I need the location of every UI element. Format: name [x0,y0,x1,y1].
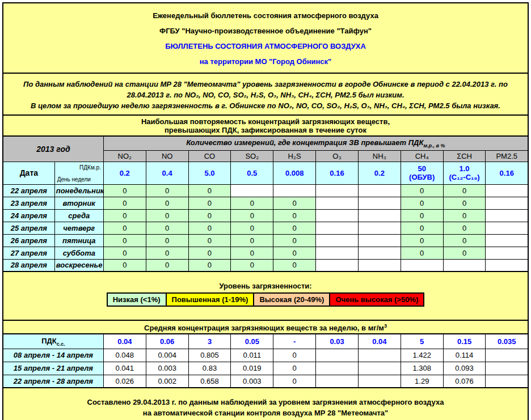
freq-cell: 0 [146,259,188,271]
pdk-ss-cell: 0.04 [103,334,146,349]
freq-cell [316,184,359,197]
average-title-text: Средняя концентрация загрязняющих вещест… [144,324,384,332]
avg-cell [358,349,401,362]
pdk-value: 0.2 [105,169,145,177]
freq-cell [316,259,359,271]
pdk-value: 0.4 [148,169,187,177]
freq-cell: 0 [146,247,188,259]
freq-cell: 0 [273,247,316,259]
pdk-mr-cell: 50(ОБУВ) [401,162,443,184]
table-row: 26 апреля пятница 0 0 0 0 0 0 0 [3,234,528,247]
freq-cell: 0 [231,209,273,222]
legend-item-elevated: Повышенная (1-19%) [166,292,255,307]
freq-cell [486,197,528,209]
average-table-title: Средняя концентрация загрязняющих вещест… [2,320,529,334]
day-of-week-label: День недели [57,176,91,183]
pdk-ss-cell: 5 [401,334,443,349]
pdk-mr-cell: 0.5 [231,162,273,184]
year-cell: 2013 год [3,136,103,162]
date-cell: 24 апреля [3,209,54,222]
freq-cell [486,234,528,247]
footer-line2: на автоматической станции контроля возду… [3,408,528,418]
avg-cell: 0.026 [103,375,146,388]
pdk-mr-cell: 0.2 [103,162,146,184]
freq-cell: 0 [103,197,146,209]
freq-cell: 0 [146,234,188,247]
pdk-mr-cell: 0.008 [273,162,316,184]
pdk-ss-row: ПДКс.с. 0.04 0.06 3 0.05 - 0.03 0.04 5 0… [3,334,528,349]
column-header-o3: O₃ [316,150,359,162]
footer-line1: Составлено 29.04.2013 г. по данным наблю… [3,397,528,408]
freq-cell: 0 [146,222,188,234]
table-row: 25 апреля четверг 0 0 0 0 0 0 0 [3,222,528,234]
freq-cell [231,184,273,197]
freq-cell: 0 [443,222,486,234]
average-title-superscript: 3 [384,323,387,329]
pdk-mr-cell: 1.0(C₁₂-C₁₉) [443,162,486,184]
pdk-value: 0.008 [275,169,314,177]
day-cell: суббота [54,247,103,259]
freq-cell: 0 [231,259,273,271]
freq-cell: 0 [401,222,443,234]
pdk-note: (ОБУВ) [402,173,442,181]
day-cell: среда [54,209,103,222]
pdk-value: 5.0 [190,169,230,177]
pdk-ss-cell: 0.15 [443,334,486,349]
pdk-ss-cell: 0.06 [146,334,188,349]
avg-cell: 0.011 [231,349,273,362]
pdk-ss-subscript: с.с. [57,341,65,346]
pdk-value: 0.16 [487,169,526,177]
freq-cell [316,209,359,222]
week-range-cell: 15 апреля - 21 апреля [3,362,103,375]
day-cell: пятница [54,234,103,247]
table-row: 22 апреля понедельник 0 0 0 0 0 [3,184,528,197]
avg-cell: 0.076 [443,375,486,388]
freq-cell [316,197,359,209]
avg-cell [316,375,359,388]
freq-cell [358,247,401,259]
avg-cell: 0.048 [103,349,146,362]
freq-cell: 0 [273,234,316,247]
avg-cell: 0 [273,375,316,388]
pdk-mr-cell: 5.0 [188,162,231,184]
pdk-ss-label: ПДК [41,337,57,345]
bulletin-header: Еженедельный бюллетень состояния атмосфе… [2,2,529,74]
freq-cell: 0 [443,247,486,259]
avg-cell: 0.658 [188,375,231,388]
day-cell: воскресенье [54,259,103,271]
column-header-ch4: CH₄ [401,150,443,162]
pdk-value: 0.2 [360,169,399,177]
summary-section: По данным наблюдений на станции МР 28 "М… [2,73,529,116]
date-cell: 22 апреля [3,184,54,197]
legend-title: Уровень загрязненности: [3,282,528,291]
pdk-mr-cell: 0.2 [358,162,401,184]
bulletin-page: Еженедельный бюллетень состояния атмосфе… [0,0,531,420]
freq-cell: 0 [146,184,188,197]
pdk-ss-cell: - [273,334,316,349]
freq-cell: 0 [231,222,273,234]
freq-cell [486,247,528,259]
pdk-value: 1.0 [445,164,484,173]
freq-cell: 0 [103,209,146,222]
table-row: 15 апреля - 21 апреля 0.041 0.003 0.83 0… [3,362,528,375]
legend-item-high: Высокая (20-49%) [253,292,330,307]
column-header-no2: NO₂ [103,150,146,162]
freq-cell: 0 [401,209,443,222]
table-row: 23 апреля вторник 0 0 0 0 0 0 0 [3,197,528,209]
freq-cell [358,197,401,209]
avg-cell: 0.002 [146,375,188,388]
freq-cell [316,222,359,234]
column-header-co: CO [188,150,231,162]
freq-cell: 0 [273,259,316,271]
day-cell: четверг [54,222,103,234]
freq-cell: 0 [188,184,231,197]
avg-cell [486,362,528,375]
pdk-mr-cell: 0.16 [316,162,359,184]
pdk-mr-cell: 0.16 [486,162,528,184]
freq-cell: 0 [443,234,486,247]
freq-cell [316,234,359,247]
avg-cell: 0.093 [443,362,486,375]
freq-cell: 0 [188,247,231,259]
avg-cell: 0.83 [188,362,231,375]
freq-cell: 0 [146,197,188,209]
